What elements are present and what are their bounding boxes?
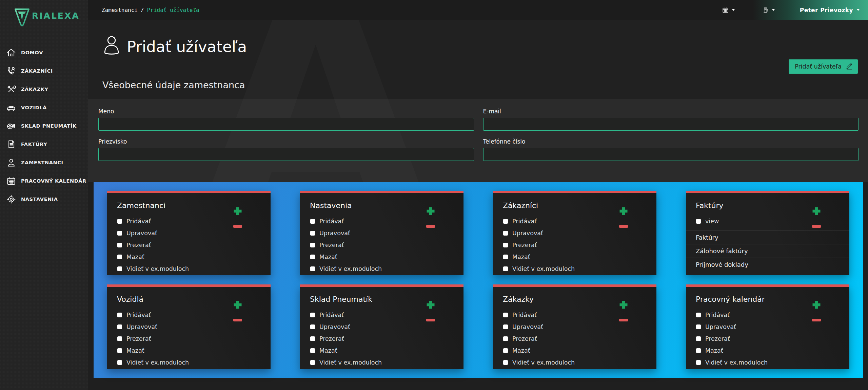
- permission-checkbox-row[interactable]: Prezerať: [686, 333, 849, 345]
- permission-checkbox-row[interactable]: Mazať: [107, 251, 271, 263]
- permission-checkbox-row[interactable]: Pridávať: [107, 215, 271, 227]
- remove-permission-button[interactable]: [426, 319, 435, 321]
- checkbox[interactable]: [117, 243, 122, 247]
- email-input[interactable]: [483, 118, 859, 131]
- breadcrumb-current[interactable]: Pridať užívateľa: [147, 7, 199, 13]
- permission-checkbox-row[interactable]: Upravovať: [107, 321, 271, 333]
- permission-checkbox-row[interactable]: Mazať: [107, 345, 271, 356]
- checkbox[interactable]: [696, 313, 701, 317]
- checkbox[interactable]: [310, 219, 315, 224]
- remove-permission-button[interactable]: [812, 225, 821, 228]
- sidebar-item-zamestnanci[interactable]: ZAMESTNANCI: [0, 153, 88, 172]
- add-permission-button[interactable]: [233, 300, 243, 310]
- priezvisko-input[interactable]: [98, 148, 474, 161]
- remove-permission-button[interactable]: [619, 319, 628, 321]
- list-item[interactable]: Príjmové doklady: [686, 258, 849, 271]
- meno-input[interactable]: [98, 118, 474, 131]
- checkbox[interactable]: [310, 324, 315, 329]
- checkbox[interactable]: [503, 336, 508, 341]
- permission-checkbox-row[interactable]: Mazať: [300, 345, 463, 356]
- add-user-button[interactable]: Pridať užívateľa: [789, 59, 858, 74]
- checkbox[interactable]: [696, 360, 701, 365]
- permission-checkbox-row[interactable]: Upravovať: [493, 227, 656, 239]
- checkbox[interactable]: [696, 336, 701, 341]
- checkbox[interactable]: [310, 231, 315, 236]
- permission-checkbox-row[interactable]: Upravovať: [686, 321, 849, 333]
- remove-permission-button[interactable]: [812, 319, 821, 321]
- permission-checkbox-row[interactable]: Vidieť v ex.moduloch: [300, 356, 463, 368]
- permission-checkbox-row[interactable]: Vidieť v ex.moduloch: [493, 263, 656, 275]
- add-permission-button[interactable]: [426, 300, 436, 310]
- permission-checkbox-row[interactable]: Upravovať: [300, 227, 463, 239]
- telefonne-cislo-input[interactable]: [483, 148, 859, 161]
- permission-checkbox-row[interactable]: Pridávať: [686, 309, 849, 321]
- breadcrumb-section[interactable]: Zamestnanci: [102, 7, 138, 13]
- checkbox[interactable]: [503, 348, 508, 353]
- list-item[interactable]: Faktúry: [686, 230, 849, 244]
- sidebar-item-zakazky[interactable]: ZÁKAZKY: [0, 80, 88, 98]
- checkbox[interactable]: [503, 313, 508, 317]
- permission-checkbox-row[interactable]: Upravovať: [107, 227, 271, 239]
- checkbox[interactable]: [503, 255, 508, 259]
- sidebar-item-zakaznici[interactable]: ZÁKAZNÍCI: [0, 62, 88, 80]
- permission-checkbox-row[interactable]: Prezerať: [300, 333, 463, 345]
- checkbox[interactable]: [696, 348, 701, 353]
- sidebar-item-domov[interactable]: DOMOV: [0, 43, 88, 62]
- checkbox[interactable]: [696, 324, 701, 329]
- permission-checkbox-row[interactable]: Pridávať: [493, 215, 656, 227]
- permission-checkbox-row[interactable]: Upravovať: [493, 321, 656, 333]
- brand-logo[interactable]: RIALEXA: [13, 7, 80, 29]
- permission-checkbox-row[interactable]: Mazať: [686, 345, 849, 356]
- permission-checkbox-row[interactable]: Pridávať: [300, 215, 463, 227]
- permission-checkbox-row[interactable]: Mazať: [493, 345, 656, 356]
- remove-permission-button[interactable]: [233, 319, 242, 321]
- sidebar-item-vozidla[interactable]: VOZIDLÁ: [0, 98, 88, 117]
- checkbox[interactable]: [503, 243, 508, 247]
- checkbox[interactable]: [310, 255, 315, 259]
- permission-checkbox-row[interactable]: Prezerať: [107, 239, 271, 251]
- checkbox[interactable]: [117, 219, 122, 224]
- permission-checkbox-row[interactable]: Pridávať: [493, 309, 656, 321]
- permission-checkbox-row[interactable]: Mazať: [493, 251, 656, 263]
- user-menu-button[interactable]: Peter Prievozky: [800, 7, 860, 14]
- checkbox[interactable]: [503, 219, 508, 224]
- sidebar-item-faktury[interactable]: FAKTÚRY: [0, 135, 88, 153]
- checkbox[interactable]: [310, 360, 315, 365]
- checkbox[interactable]: [310, 336, 315, 341]
- remove-permission-button[interactable]: [233, 225, 242, 228]
- permission-checkbox-row[interactable]: Mazať: [300, 251, 463, 263]
- permission-checkbox-row[interactable]: Vidieť v ex.moduloch: [493, 356, 656, 368]
- add-permission-button[interactable]: [618, 300, 629, 310]
- checkbox[interactable]: [503, 324, 508, 329]
- permission-checkbox-row[interactable]: Prezerať: [493, 239, 656, 251]
- list-item[interactable]: Zálohové faktúry: [686, 244, 849, 258]
- add-permission-button[interactable]: [618, 206, 629, 216]
- checkbox[interactable]: [310, 266, 315, 271]
- add-permission-button[interactable]: [811, 300, 822, 310]
- permission-checkbox-row[interactable]: view: [686, 215, 849, 227]
- permission-checkbox-row[interactable]: Prezerať: [493, 333, 656, 345]
- permission-checkbox-row[interactable]: Upravovať: [300, 321, 463, 333]
- checkbox[interactable]: [117, 324, 122, 329]
- checkbox[interactable]: [117, 313, 122, 317]
- checkbox[interactable]: [310, 243, 315, 247]
- checkbox[interactable]: [117, 360, 122, 365]
- permission-checkbox-row[interactable]: Prezerať: [107, 333, 271, 345]
- permission-checkbox-row[interactable]: Pridávať: [107, 309, 271, 321]
- permission-checkbox-row[interactable]: Vidieť v ex.moduloch: [107, 263, 271, 275]
- permission-checkbox-row[interactable]: Vidieť v ex.moduloch: [107, 356, 271, 368]
- checkbox[interactable]: [503, 360, 508, 365]
- add-permission-button[interactable]: [811, 206, 822, 216]
- checkbox[interactable]: [310, 348, 315, 353]
- remove-permission-button[interactable]: [426, 225, 435, 228]
- permission-checkbox-row[interactable]: Vidieť v ex.moduloch: [300, 263, 463, 275]
- add-permission-button[interactable]: [233, 206, 243, 216]
- calendar-dropdown-button[interactable]: [722, 6, 735, 14]
- permission-checkbox-row[interactable]: Prezerať: [300, 239, 463, 251]
- sidebar-item-pracovny-kalendar[interactable]: PRACOVNÝ KALENDÁR: [0, 172, 88, 190]
- checkbox[interactable]: [503, 231, 508, 236]
- remove-permission-button[interactable]: [619, 225, 628, 228]
- checkbox[interactable]: [117, 266, 122, 271]
- checkbox[interactable]: [117, 336, 122, 341]
- checkbox[interactable]: [117, 255, 122, 259]
